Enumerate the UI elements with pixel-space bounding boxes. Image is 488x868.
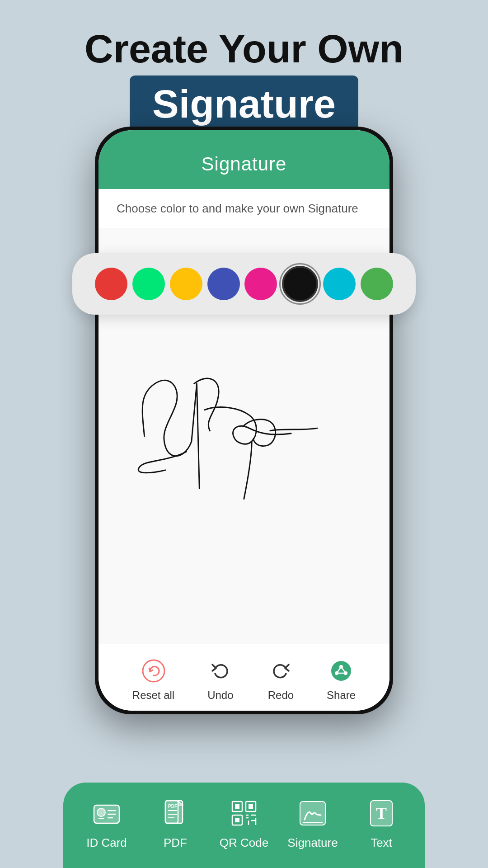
color-black[interactable] [282,266,318,302]
nav-label-text: Text [371,836,392,850]
svg-point-0 [143,660,164,682]
bottom-nav: ID Card PDF PDF [63,783,425,868]
reset-label: Reset all [132,689,174,702]
color-picker [72,253,416,315]
undo-label: Undo [207,689,233,702]
app-subtitle-bar: Choose color to and make your own Signat… [99,189,389,228]
redo-icon [266,656,295,685]
phone-frame: Signature Choose color to and make your … [95,127,393,714]
color-green[interactable] [132,268,165,300]
nav-item-pdf[interactable]: PDF PDF [146,795,205,850]
reset-icon [139,656,168,685]
undo-button[interactable]: Undo [206,656,235,702]
nav-item-qr-code[interactable]: QR Code [215,795,273,850]
nav-label-id-card: ID Card [86,836,127,850]
color-blue[interactable] [207,268,240,300]
phone-container: Signature Choose color to and make your … [95,127,393,714]
nav-item-text[interactable]: T Text [352,795,411,850]
redo-button[interactable]: Redo [266,656,295,702]
share-button[interactable]: Share [327,656,356,702]
header-line2: Signature [152,81,336,126]
color-pink[interactable] [244,268,277,300]
svg-point-1 [331,661,351,681]
svg-text:PDF: PDF [168,804,177,809]
nav-label-qr-code: QR Code [220,836,268,850]
nav-label-signature: Signature [287,836,338,850]
app-header: Signature [99,130,389,189]
share-label: Share [327,689,356,702]
app-title: Signature [202,153,287,175]
nav-item-signature[interactable]: Signature [283,795,342,850]
color-yellow[interactable] [170,268,202,300]
page-header: Create Your Own Signature [0,0,488,146]
color-lime[interactable] [361,268,393,300]
color-red[interactable] [95,268,127,300]
text-nav-icon: T [363,795,399,831]
pdf-icon: PDF [157,795,193,831]
phone-screen: Signature Choose color to and make your … [99,130,389,711]
id-card-icon [89,795,125,831]
undo-icon [206,656,235,685]
svg-rect-21 [235,804,239,809]
app-subtitle-text: Choose color to and make your own Signat… [117,202,358,215]
redo-label: Redo [268,689,294,702]
svg-rect-23 [249,804,253,809]
svg-rect-25 [235,818,239,822]
share-icon [327,656,356,685]
action-buttons-bar: Reset all Undo [99,644,389,711]
nav-item-id-card[interactable]: ID Card [77,795,136,850]
header-line1: Create Your Own [0,27,488,71]
svg-point-9 [97,808,105,816]
nav-label-pdf: PDF [164,836,187,850]
color-cyan[interactable] [323,268,356,300]
signature-nav-icon [295,795,331,831]
qr-code-icon [226,795,262,831]
reset-button[interactable]: Reset all [132,656,174,702]
svg-text:T: T [376,804,387,822]
header-subtitle-box: Signature [130,75,358,132]
